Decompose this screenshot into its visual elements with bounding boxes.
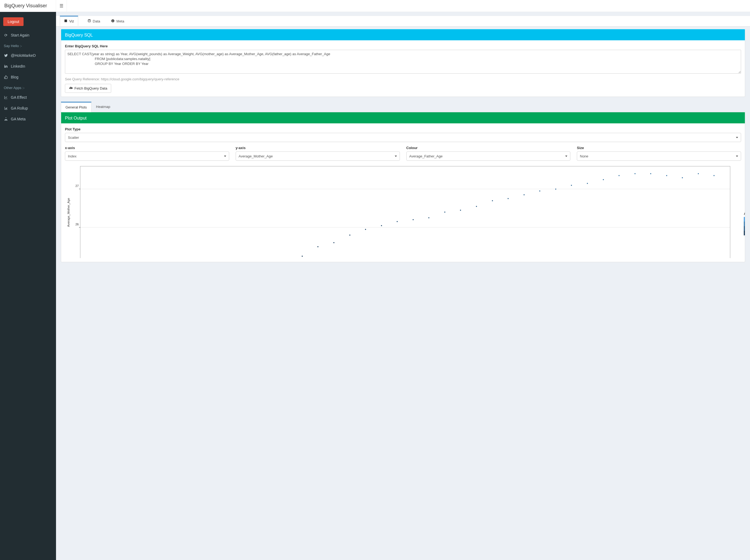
sidebar-item-ga-rollup[interactable]: GA Rollup: [0, 103, 56, 114]
data-point: [682, 177, 683, 178]
colour-value: Average_Father_Age: [409, 154, 442, 158]
sidebar-section-other-apps: Other Apps :-: [0, 82, 56, 92]
sidebar-item-ga-effect[interactable]: GA Effect: [0, 92, 56, 103]
plot-type-value: Scatter: [68, 136, 79, 140]
legend-row: 36: [744, 226, 745, 231]
data-point: [508, 198, 509, 199]
y-tick-label: 27: [76, 184, 79, 187]
data-point: [302, 256, 303, 257]
data-point: [349, 235, 350, 236]
size-select[interactable]: None: [577, 152, 741, 161]
data-point: [634, 173, 635, 174]
plot-panel: Plot Output Plot Type Scatter x-axis Ind…: [61, 112, 745, 262]
caret-down-icon: [736, 137, 738, 138]
legend-row: 38: [744, 222, 745, 226]
sidebar-item-label: Start Again: [11, 33, 29, 37]
twitter-icon: [4, 54, 8, 57]
plot-subtabs: General Plots Heatmap: [61, 102, 745, 112]
sql-input[interactable]: [65, 50, 741, 74]
app-brand: BigQuery Visualiser: [0, 0, 56, 12]
data-point: [397, 221, 398, 222]
tab-label: Meta: [116, 19, 124, 23]
data-point: [587, 183, 588, 184]
legend-title: Average_Father_Age: [744, 212, 745, 215]
sql-help-text: See Query Reference: https://cloud.googl…: [65, 77, 741, 81]
data-point: [476, 206, 477, 207]
plot-type-select[interactable]: Scatter: [65, 133, 741, 142]
data-point: [713, 175, 714, 176]
size-value: None: [580, 154, 588, 158]
sidebar-item-label: @HoloMarkeD: [11, 53, 36, 58]
data-point: [698, 173, 699, 174]
info-icon: [111, 19, 115, 23]
sidebar-item-linkedin[interactable]: LinkedIn: [0, 61, 56, 72]
colour-select[interactable]: Average_Father_Age: [407, 152, 571, 161]
plot-type-label: Plot Type: [65, 127, 741, 131]
data-point: [539, 191, 540, 192]
data-point: [524, 194, 525, 195]
caret-down-icon: [565, 156, 567, 157]
image-icon: [64, 19, 67, 23]
sidebar-section-say-hello: Say Hello :-: [0, 41, 56, 50]
data-point: [381, 225, 382, 226]
sidebar-item-twitter[interactable]: @HoloMarkeD: [0, 50, 56, 61]
hamburger-icon[interactable]: ☰: [60, 3, 63, 8]
data-point: [333, 242, 334, 243]
main-tabs: Viz Data Meta: [56, 16, 750, 26]
y-axis-label: y-axis: [236, 146, 400, 150]
data-point: [666, 175, 667, 176]
sql-panel-title: BigQuery SQL: [61, 30, 745, 40]
sidebar-item-label: GA Rollup: [11, 106, 28, 111]
data-point: [460, 210, 461, 211]
sidebar-item-ga-meta[interactable]: GA Meta: [0, 114, 56, 124]
y-tick-label: 26: [76, 223, 79, 226]
data-point: [618, 175, 619, 176]
sidebar-item-blog[interactable]: Blog: [0, 72, 56, 82]
colour-legend: Average_Father_Age 40383634: [744, 212, 745, 235]
subtab-heatmap[interactable]: Heatmap: [92, 102, 115, 112]
data-point: [317, 246, 318, 247]
data-point: [444, 212, 445, 213]
chart-area: Average_Mother_Age 2627 Average_Father_A…: [65, 166, 741, 258]
data-point: [650, 173, 651, 174]
subtab-general-plots[interactable]: General Plots: [61, 102, 92, 112]
tab-label: Data: [93, 19, 100, 23]
colour-label: Colour: [407, 146, 571, 150]
data-point: [571, 185, 572, 186]
plot-panel-title: Plot Output: [61, 113, 745, 123]
data-point: [428, 217, 429, 218]
fetch-button-label: Fetch BigQuery Data: [74, 86, 107, 91]
sidebar-item-label: Blog: [11, 75, 18, 79]
chart-y-label: Average_Mother_Age: [67, 198, 70, 227]
data-point: [555, 188, 556, 189]
data-point: [492, 200, 493, 201]
x-axis-label: x-axis: [65, 146, 229, 150]
logout-button[interactable]: Logout: [3, 17, 23, 26]
y-axis-value: Average_Mother_Age: [239, 154, 273, 158]
sidebar: Logout ⟳ Start Again Say Hello :- @HoloM…: [0, 12, 56, 267]
x-axis-value: Index: [68, 154, 77, 158]
tab-viz[interactable]: Viz: [60, 16, 78, 26]
topbar: BigQuery Visualiser ☰: [0, 0, 750, 12]
axis-controls: x-axis Index y-axis Average_Mother_Age C…: [65, 146, 741, 161]
line-chart-icon: [4, 96, 8, 99]
data-point: [413, 219, 414, 220]
caret-down-icon: [736, 156, 738, 157]
y-axis-select[interactable]: Average_Mother_Age: [236, 152, 400, 161]
tab-meta[interactable]: Meta: [109, 16, 126, 26]
svg-point-0: [88, 19, 91, 20]
main-content: Viz Data Meta BigQuery SQL Enter BigQuer…: [56, 12, 750, 262]
sidebar-item-label: LinkedIn: [11, 64, 25, 68]
tab-data[interactable]: Data: [86, 16, 102, 26]
legend-row: 34: [744, 231, 745, 235]
thumbs-up-icon: [4, 75, 8, 79]
caret-down-icon: [395, 156, 397, 157]
fetch-data-button[interactable]: Fetch BigQuery Data: [65, 84, 111, 93]
refresh-icon: ⟳: [4, 33, 8, 37]
sidebar-item-start-again[interactable]: ⟳ Start Again: [0, 30, 56, 41]
sql-panel: BigQuery SQL Enter BigQuery SQL Here See…: [61, 29, 745, 97]
x-axis-select[interactable]: Index: [65, 152, 229, 161]
cloud-download-icon: [69, 86, 73, 91]
legend-row: 40: [744, 217, 745, 222]
caret-down-icon: [224, 156, 226, 157]
